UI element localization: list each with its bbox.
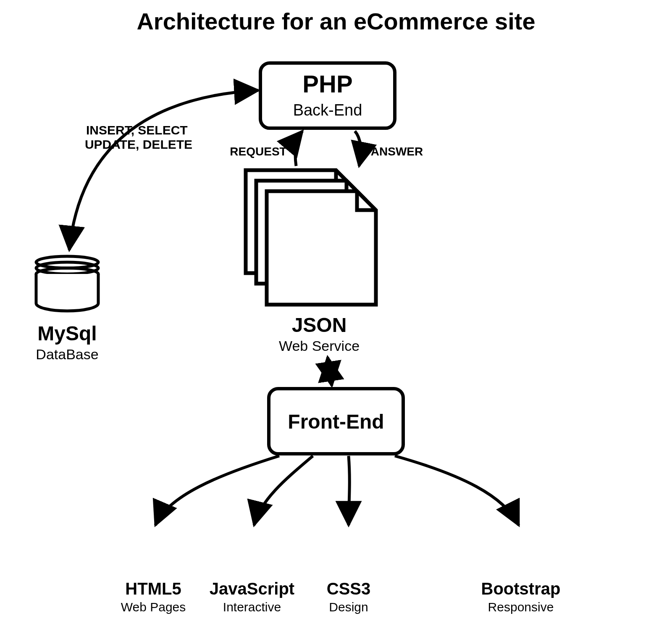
css-sub: Design: [329, 600, 368, 614]
json-label: JSON: [292, 314, 347, 336]
html-label: HTML5: [125, 579, 181, 598]
svg-line-8: [328, 357, 332, 386]
diagram-title: Architecture for an eCommerce site: [136, 8, 535, 34]
bootstrap-sub: Responsive: [488, 600, 554, 614]
node-mysql: MySql DataBase: [36, 256, 98, 362]
edge-fe-css: [349, 456, 349, 525]
edge-fe-js: [254, 456, 313, 525]
documents-icon: [246, 170, 376, 305]
edge-php-mysql-line2: UPDATE, DELETE: [85, 137, 192, 151]
edge-php-mysql-line1: INSERT, SELECT: [86, 123, 188, 137]
node-html: HTML5 Web Pages: [121, 529, 186, 614]
css-label: CSS3: [327, 579, 371, 598]
edge-fe-bootstrap: [395, 456, 519, 525]
database-icon: [36, 256, 98, 311]
svg-text:INSERT, SELECT
      UPDATE, D: INSERT, SELECT UPDATE, DELETE: [85, 123, 192, 151]
js-label: JavaScript: [210, 579, 294, 598]
php-label: PHP: [302, 70, 352, 97]
edge-json-php-request: REQUEST: [230, 131, 302, 166]
mysql-label: MySql: [37, 322, 97, 345]
node-frontend: Front-End: [269, 389, 403, 454]
mysql-sub: DataBase: [36, 346, 98, 362]
frontend-label: Front-End: [288, 411, 384, 433]
edge-php-mysql: INSERT, SELECT UPDATE, DELETE: [69, 90, 258, 250]
edge-php-json-answer: ANSWER: [355, 131, 423, 166]
node-json: JSON Web Service: [246, 170, 376, 354]
js-sub: Interactive: [223, 600, 281, 614]
node-js: JavaScript Interactive: [210, 529, 294, 614]
edge-fe-html: [155, 456, 279, 525]
node-php: PHP Back-End: [260, 63, 395, 128]
php-sub: Back-End: [293, 101, 362, 119]
node-css: CSS3 Design: [326, 529, 372, 614]
bootstrap-label: Bootstrap: [481, 579, 561, 598]
edge-answer-label: ANSWER: [371, 145, 423, 158]
html-sub: Web Pages: [121, 600, 186, 614]
json-sub: Web Service: [279, 338, 360, 354]
edge-json-frontend: [328, 357, 332, 386]
node-bootstrap: Bootstrap Responsive: [481, 529, 561, 614]
edge-request-label: REQUEST: [230, 145, 286, 158]
